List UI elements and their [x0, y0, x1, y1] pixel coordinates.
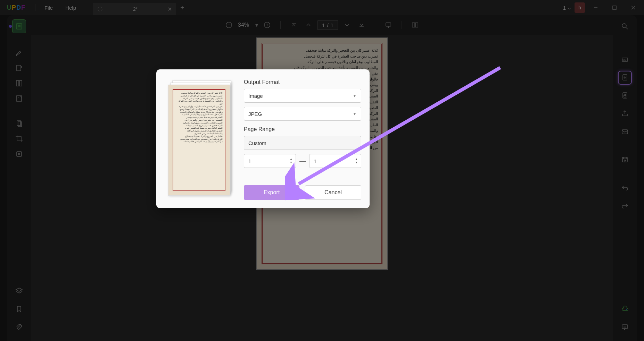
export-confirm-button[interactable]: Export [244, 185, 299, 200]
export-dialog: ثلاثة عشر كان بين التعجيز والتركة مباينة… [156, 69, 370, 208]
format-value: Image [248, 93, 263, 99]
subformat-select[interactable]: JPEG ▼ [244, 107, 361, 121]
preview-content: ثلاثة عشر كان بين التعجيز والتركة مباينة… [173, 89, 225, 191]
dialog-buttons: Export Cancel [244, 185, 361, 200]
range-mode-value: Custom [248, 140, 266, 146]
spinner-up-icon[interactable]: ▲ [355, 157, 358, 161]
format-select[interactable]: Image ▼ [244, 89, 361, 103]
chevron-down-icon: ▼ [353, 93, 357, 98]
range-from-value: 1 [248, 158, 251, 164]
spinner-up-icon[interactable]: ▲ [289, 157, 293, 161]
dialog-preview: ثلاثة عشر كان بين التعجيز والتركة مباينة… [165, 78, 234, 200]
spinner-down-icon[interactable]: ▼ [355, 161, 358, 164]
output-format-label: Output Format [244, 79, 361, 85]
spinner-down-icon[interactable]: ▼ [289, 161, 293, 164]
range-dash: — [299, 157, 306, 165]
range-from-input[interactable]: 1 ▲ ▼ [244, 154, 296, 168]
range-to-input[interactable]: 1 ▲ ▼ [309, 154, 361, 168]
range-mode-select[interactable]: Custom [244, 136, 361, 150]
page-range-label: Page Range [244, 126, 361, 133]
subformat-value: JPEG [248, 111, 262, 117]
cancel-button[interactable]: Cancel [305, 185, 361, 200]
chevron-down-icon: ▼ [353, 111, 357, 116]
preview-page-front: ثلاثة عشر كان بين التعجيز والتركة مباينة… [168, 85, 230, 196]
dialog-form: Output Format Image ▼ JPEG ▼ Page Range … [234, 78, 361, 200]
range-row: 1 ▲ ▼ — 1 ▲ ▼ [244, 154, 361, 168]
range-to-value: 1 [314, 158, 316, 164]
